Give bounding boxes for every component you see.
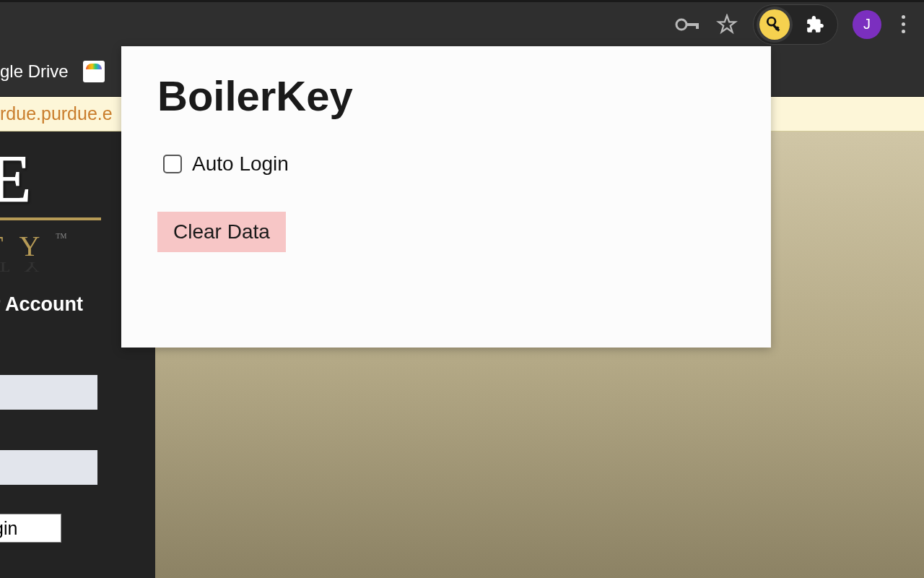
extensions-puzzle-icon[interactable] [804, 14, 826, 35]
profile-avatar[interactable]: J [853, 10, 881, 39]
auto-login-label: Auto Login [192, 152, 289, 176]
bookmark-star-icon[interactable] [715, 13, 738, 36]
active-extension-icon[interactable] [759, 9, 790, 40]
bookmark-item-icon[interactable] [83, 61, 105, 82]
browser-menu-icon[interactable] [896, 9, 911, 39]
extension-popup: BoilerKey Auto Login Clear Data [121, 46, 771, 348]
clear-data-button[interactable]: Clear Data [157, 212, 286, 252]
password-field[interactable] [0, 450, 97, 485]
password-key-icon[interactable] [675, 12, 701, 38]
popup-title: BoilerKey [157, 72, 735, 120]
school-sub-text: TYTM [0, 229, 101, 263]
svg-rect-2 [696, 23, 699, 29]
login-button[interactable]: gin [0, 514, 61, 543]
browser-chrome-bar: J [0, 0, 924, 46]
svg-point-3 [767, 17, 775, 25]
notice-text: rdue.purdue.e [0, 103, 113, 124]
svg-point-0 [676, 20, 687, 30]
bookmark-item-drive[interactable]: gle Drive [0, 61, 69, 82]
auto-login-row[interactable]: Auto Login [163, 152, 735, 176]
username-field[interactable] [0, 375, 97, 410]
extensions-pill [753, 4, 838, 45]
avatar-letter: J [863, 16, 871, 33]
auto-login-checkbox[interactable] [163, 155, 182, 173]
